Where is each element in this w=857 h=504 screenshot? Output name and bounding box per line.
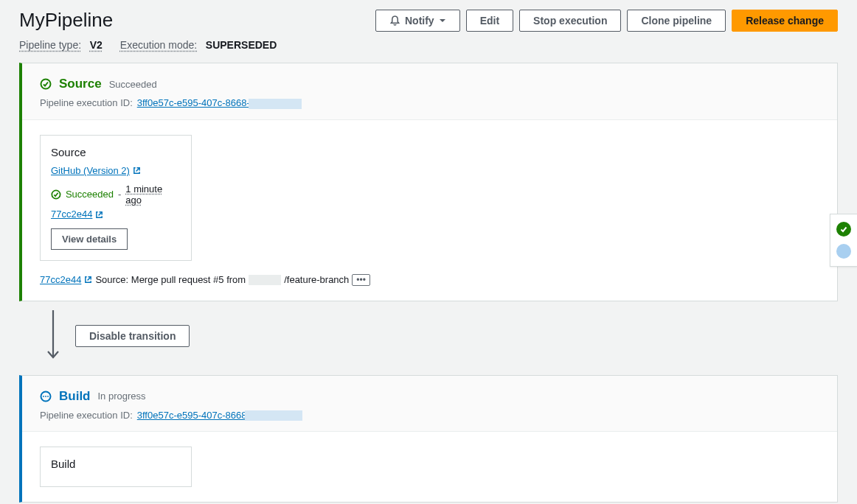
clone-pipeline-button[interactable]: Clone pipeline [627, 10, 726, 32]
execution-mode-label: Execution mode: [120, 39, 197, 51]
commit-link[interactable]: 77cc2e44 [51, 209, 92, 220]
action-card-build: Build [40, 447, 192, 487]
svg-point-4 [45, 396, 46, 397]
svg-point-3 [43, 396, 44, 397]
release-change-button[interactable]: Release change [732, 10, 838, 32]
action-buttons: Notify Edit Stop execution Clone pipelin… [375, 10, 838, 32]
stage-source-status: Succeeded [109, 79, 157, 90]
edit-button[interactable]: Edit [466, 10, 513, 32]
rail-status-succeeded[interactable] [836, 222, 851, 237]
exec-id-label: Pipeline execution ID: [40, 410, 133, 421]
external-link-icon [84, 276, 92, 284]
exec-id-redacted [245, 410, 302, 421]
more-button[interactable]: ••• [352, 274, 370, 286]
transition-row: Disable transition [19, 301, 857, 375]
caret-down-icon [439, 17, 446, 24]
action-card-source: Source GitHub (Version 2) Succeeded - 1 … [40, 135, 192, 261]
commit-msg-link[interactable]: 77cc2e44 [40, 274, 81, 285]
pipeline-type-value: V2 [90, 39, 103, 51]
stage-source-title: Source [59, 77, 102, 91]
svg-point-5 [47, 396, 49, 397]
action-time: 1 minute ago [125, 183, 181, 206]
commit-msg-suffix: /feature-branch [284, 274, 349, 285]
page-title: MyPipeline [19, 9, 113, 32]
stage-build: Build In progress Pipeline execution ID:… [19, 375, 838, 503]
stage-source: Source Succeeded Pipeline execution ID: … [19, 63, 838, 301]
notify-bell-icon [389, 15, 400, 26]
commit-msg-redacted [249, 275, 281, 285]
disable-transition-button[interactable]: Disable transition [75, 325, 190, 347]
commit-msg-prefix: Source: Merge pull request #5 from [95, 274, 246, 285]
execution-mode-value: SUPERSEDED [206, 39, 277, 51]
action-status: Succeeded [66, 189, 114, 200]
external-link-icon [133, 167, 141, 175]
rail-status-in-progress[interactable] [836, 244, 851, 259]
exec-id-link-build[interactable]: 3ff0e57c-e595-407c-8668 [137, 410, 247, 421]
arrow-down-icon [46, 310, 60, 362]
pipeline-type-label: Pipeline type: [19, 39, 81, 51]
in-progress-icon [40, 391, 52, 402]
external-link-icon [95, 211, 103, 219]
check-icon [839, 225, 848, 234]
view-details-button[interactable]: View details [51, 228, 128, 250]
action-card-title: Source [51, 146, 181, 158]
stage-build-status: In progress [98, 391, 146, 402]
status-rail [830, 214, 857, 267]
notify-label: Notify [405, 15, 434, 27]
notify-button[interactable]: Notify [375, 10, 460, 32]
exec-id-redacted [249, 99, 302, 109]
separator: - [118, 189, 121, 200]
check-circle-icon [51, 189, 61, 200]
check-circle-icon [40, 78, 52, 90]
exec-id-link-source[interactable]: 3ff0e57c-e595-407c-8668- [137, 97, 250, 108]
action-card-title: Build [51, 458, 181, 470]
pipeline-meta: Pipeline type: V2 Execution mode: SUPERS… [0, 36, 857, 63]
stop-execution-button[interactable]: Stop execution [519, 10, 621, 32]
stage-build-title: Build [59, 389, 91, 404]
provider-link[interactable]: GitHub (Version 2) [51, 165, 130, 176]
exec-id-label: Pipeline execution ID: [40, 97, 133, 108]
